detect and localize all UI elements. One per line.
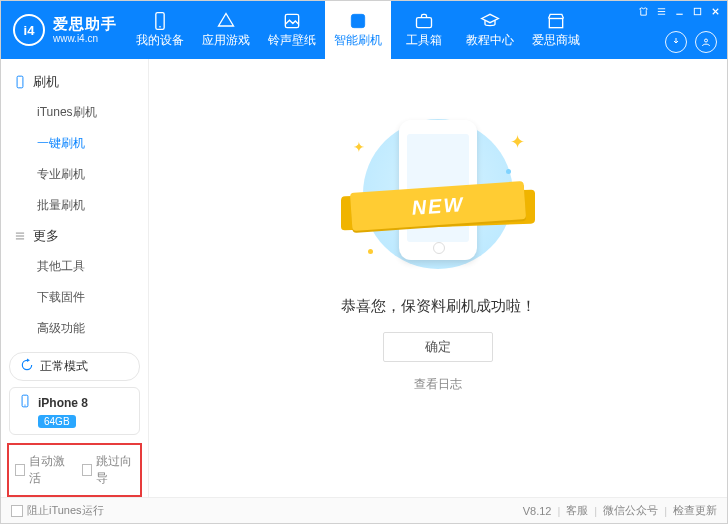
separator: |	[664, 505, 667, 517]
nav-apps-games[interactable]: 应用游戏	[193, 1, 259, 59]
brand-title: 爱思助手	[53, 16, 117, 33]
sidebar: 刷机 iTunes刷机 一键刷机 专业刷机 批量刷机 更多 其他工具 下载固件 …	[1, 59, 149, 497]
sidebar-item-one-key-flash[interactable]: 一键刷机	[1, 128, 148, 159]
wallpaper-icon	[282, 11, 302, 29]
block-itunes-checkbox[interactable]: 阻止iTunes运行	[11, 503, 104, 518]
checkbox-icon	[82, 464, 92, 476]
brand: i4 爱思助手 www.i4.cn	[1, 1, 127, 59]
checkbox-label: 自动激活	[29, 453, 67, 487]
ok-button[interactable]: 确定	[383, 332, 493, 362]
checkbox-row-highlight: 自动激活 跳过向导	[7, 443, 142, 497]
checkbox-icon	[11, 505, 23, 517]
storage-badge: 64GB	[38, 415, 76, 428]
nav-label: 爱思商城	[532, 32, 580, 49]
body: 刷机 iTunes刷机 一键刷机 专业刷机 批量刷机 更多 其他工具 下载固件 …	[1, 59, 727, 497]
minimize-button[interactable]	[673, 5, 685, 17]
sidebar-item-batch-flash[interactable]: 批量刷机	[1, 190, 148, 221]
brand-text: 爱思助手 www.i4.cn	[53, 16, 117, 44]
nav-tutorials[interactable]: 教程中心	[457, 1, 523, 59]
nav-ringtones[interactable]: 铃声壁纸	[259, 1, 325, 59]
user-button[interactable]	[695, 31, 717, 53]
menu-icon[interactable]	[655, 5, 667, 17]
apps-icon	[216, 11, 236, 29]
header-actions	[665, 31, 717, 53]
phone-icon	[150, 11, 170, 29]
sidebar-section-flash: 刷机	[1, 67, 148, 97]
svg-rect-5	[549, 19, 562, 28]
view-log-link[interactable]: 查看日志	[414, 376, 462, 393]
check-update-link[interactable]: 检查更新	[673, 503, 717, 518]
close-button[interactable]	[709, 5, 721, 17]
ribbon-text: NEW	[411, 193, 465, 220]
sidebar-section-more: 更多	[1, 221, 148, 251]
separator: |	[557, 505, 560, 517]
nav-label: 工具箱	[406, 32, 442, 49]
flash-icon	[348, 11, 368, 29]
download-button[interactable]	[665, 31, 687, 53]
footer: 阻止iTunes运行 V8.12 | 客服 | 微信公众号 | 检查更新	[1, 497, 727, 523]
version-label: V8.12	[523, 505, 552, 517]
wechat-link[interactable]: 微信公众号	[603, 503, 658, 518]
nav-label: 应用游戏	[202, 32, 250, 49]
mode-label: 正常模式	[40, 358, 88, 375]
nav-toolbox[interactable]: 工具箱	[391, 1, 457, 59]
device-icon	[18, 394, 32, 411]
sparkle-icon: ✦	[353, 139, 365, 155]
toolbox-icon	[414, 11, 434, 29]
shirt-icon[interactable]	[637, 5, 649, 17]
section-title: 更多	[33, 227, 59, 245]
svg-rect-2	[285, 14, 298, 27]
svg-point-7	[705, 39, 708, 42]
nav-label: 我的设备	[136, 32, 184, 49]
checkbox-label: 跳过向导	[96, 453, 134, 487]
separator: |	[594, 505, 597, 517]
window-controls	[637, 5, 721, 17]
dot-icon	[368, 249, 373, 254]
graduation-icon	[480, 11, 500, 29]
top-nav: 我的设备 应用游戏 铃声壁纸 智能刷机 工具箱 教程中心	[127, 1, 589, 59]
list-icon	[13, 229, 27, 243]
store-icon	[546, 11, 566, 29]
nav-smart-flash[interactable]: 智能刷机	[325, 1, 391, 59]
phone-outline-icon	[13, 75, 27, 89]
brand-subtitle: www.i4.cn	[53, 33, 117, 44]
device-card[interactable]: iPhone 8 64GB	[9, 387, 140, 435]
sidebar-item-itunes-flash[interactable]: iTunes刷机	[1, 97, 148, 128]
success-illustration: ✦ ✦ NEW	[333, 109, 543, 279]
sidebar-item-download-firmware[interactable]: 下载固件	[1, 282, 148, 313]
checkbox-label: 阻止iTunes运行	[27, 503, 104, 518]
main-content: ✦ ✦ NEW 恭喜您，保资料刷机成功啦！ 确定 查看日志	[149, 59, 727, 497]
svg-point-1	[159, 26, 161, 28]
sidebar-item-advanced[interactable]: 高级功能	[1, 313, 148, 344]
dot-icon	[506, 169, 511, 174]
footer-right: V8.12 | 客服 | 微信公众号 | 检查更新	[523, 503, 717, 518]
success-message: 恭喜您，保资料刷机成功啦！	[341, 297, 536, 316]
skip-guide-checkbox[interactable]: 跳过向导	[82, 453, 135, 487]
section-title: 刷机	[33, 73, 59, 91]
mode-pill[interactable]: 正常模式	[9, 352, 140, 381]
nav-store[interactable]: 爱思商城	[523, 1, 589, 59]
brand-logo-icon: i4	[13, 14, 45, 46]
nav-label: 智能刷机	[334, 32, 382, 49]
nav-label: 铃声壁纸	[268, 32, 316, 49]
device-name: iPhone 8	[38, 396, 88, 410]
support-link[interactable]: 客服	[566, 503, 588, 518]
svg-rect-6	[694, 8, 700, 14]
sparkle-icon: ✦	[510, 131, 525, 153]
svg-point-10	[24, 405, 25, 406]
nav-label: 教程中心	[466, 32, 514, 49]
top-header: i4 爱思助手 www.i4.cn 我的设备 应用游戏 铃声壁纸 智能刷机	[1, 1, 727, 59]
refresh-icon	[20, 358, 34, 375]
auto-activate-checkbox[interactable]: 自动激活	[15, 453, 68, 487]
sidebar-item-pro-flash[interactable]: 专业刷机	[1, 159, 148, 190]
checkbox-icon	[15, 464, 25, 476]
app-window: i4 爱思助手 www.i4.cn 我的设备 应用游戏 铃声壁纸 智能刷机	[0, 0, 728, 524]
sidebar-scroll: 刷机 iTunes刷机 一键刷机 专业刷机 批量刷机 更多 其他工具 下载固件 …	[1, 59, 148, 350]
svg-rect-4	[417, 18, 432, 28]
svg-rect-8	[17, 76, 23, 88]
sidebar-item-other-tools[interactable]: 其他工具	[1, 251, 148, 282]
nav-my-device[interactable]: 我的设备	[127, 1, 193, 59]
maximize-button[interactable]	[691, 5, 703, 17]
